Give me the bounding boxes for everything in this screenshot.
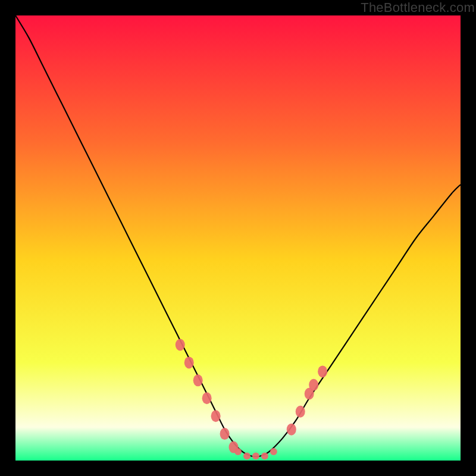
chart-frame: [15, 15, 461, 461]
curve-marker: [220, 428, 230, 440]
curve-marker: [252, 453, 259, 460]
curve-marker: [309, 379, 318, 391]
curve-marker: [318, 365, 327, 377]
gradient-background: [15, 15, 461, 461]
curve-marker: [202, 392, 212, 404]
curve-marker: [261, 453, 268, 460]
curve-marker: [193, 374, 203, 386]
curve-marker: [287, 424, 296, 436]
curve-marker: [184, 356, 194, 368]
curve-marker: [243, 453, 250, 460]
watermark-text: TheBottleneck.com: [361, 0, 475, 15]
curve-marker: [211, 410, 221, 422]
curve-marker: [176, 339, 185, 351]
curve-marker: [270, 448, 277, 455]
curve-marker: [234, 448, 242, 455]
curve-marker: [296, 406, 305, 418]
bottleneck-chart: [15, 15, 461, 461]
